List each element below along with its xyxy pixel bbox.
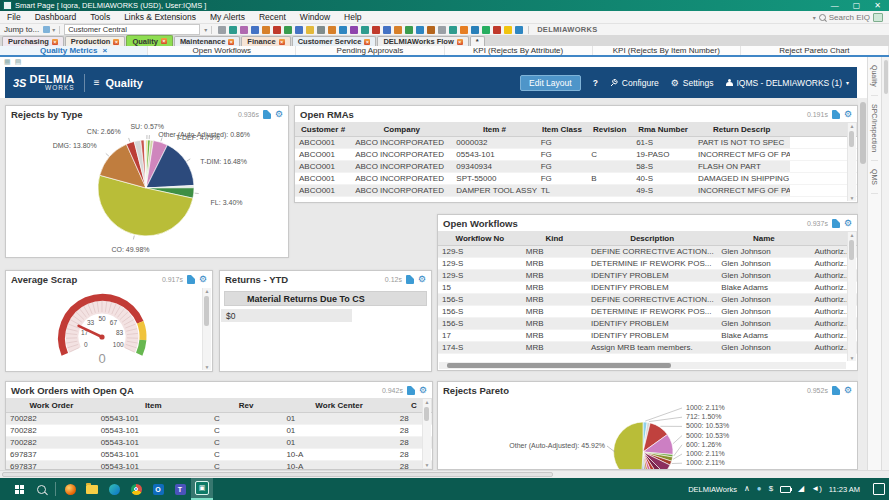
toolbar-icon[interactable] — [361, 26, 369, 34]
settings-button[interactable]: ⚙ Settings — [671, 78, 714, 88]
chevron-down-icon[interactable]: ▾ — [204, 26, 207, 33]
tab-flag-icon[interactable]: × — [161, 38, 167, 44]
table-row[interactable]: 129-SMRBDEFINE CORRECTIVE ACTION...Glen … — [438, 246, 857, 258]
module-tab-purchasing[interactable]: Purchasing× — [2, 36, 64, 46]
panel-settings-icon[interactable]: ⚙ — [419, 386, 427, 395]
toolbar-icon[interactable] — [493, 26, 501, 34]
firefox-icon[interactable] — [59, 478, 81, 500]
menu-dashboard[interactable]: Dashboard — [28, 12, 84, 22]
close-button[interactable]: ✕ — [874, 2, 881, 10]
export-icon[interactable] — [406, 275, 414, 284]
page-tab-pending-approvals[interactable]: Pending Approvals — [296, 46, 444, 55]
table-row[interactable]: 70028205543-101C0128 — [6, 425, 432, 437]
taskbar-search-icon[interactable] — [30, 478, 52, 500]
table-row[interactable]: 69783705543-101C10-A28 — [6, 449, 432, 461]
minimize-button[interactable]: — — [831, 2, 839, 10]
toolbar-icon[interactable] — [515, 26, 523, 34]
column-header[interactable]: Revision — [587, 122, 632, 137]
panel-settings-icon[interactable]: ⚙ — [844, 219, 852, 228]
export-icon[interactable] — [832, 110, 840, 119]
edge-icon[interactable] — [103, 478, 125, 500]
table-row[interactable]: 15MRBIDENTIFY PROBLEMBlake AdamsAuthoriz… — [438, 282, 857, 294]
tab-flag-icon[interactable]: × — [279, 39, 285, 45]
help-button[interactable]: ? — [593, 78, 598, 88]
file-explorer-icon[interactable] — [81, 478, 103, 500]
toolbar-icon[interactable] — [405, 26, 413, 34]
page-tab-open-workflows[interactable]: Open Workflows — [148, 46, 296, 55]
maximize-button[interactable]: ▢ — [853, 2, 861, 10]
toolbar-icon[interactable] — [218, 26, 226, 34]
toolbar-icon[interactable] — [339, 26, 347, 34]
toolbar-icon[interactable] — [416, 26, 424, 34]
toolbar-icon[interactable] — [251, 26, 259, 34]
toolbar-icon[interactable] — [262, 26, 270, 34]
page-tab-reject-pareto-chart[interactable]: Reject Pareto Chart — [741, 46, 889, 55]
module-tab-production[interactable]: Production× — [65, 36, 126, 46]
export-icon[interactable] — [263, 110, 271, 119]
panel-settings-icon[interactable]: ⚙ — [844, 386, 852, 395]
menu-links-extensions[interactable]: Links & Extensions — [117, 12, 203, 22]
configure-button[interactable]: Configure — [610, 78, 659, 88]
chrome-icon[interactable] — [125, 478, 147, 500]
vertical-scrollbar[interactable]: ▲▼ — [422, 399, 431, 468]
table-row[interactable]: 156-SMRBDEFINE CORRECTIVE ACTION...Glen … — [438, 294, 857, 306]
module-tab-quality[interactable]: Quality× — [126, 35, 172, 46]
panel-settings-icon[interactable]: ⚙ — [418, 275, 426, 284]
page-tab-kpi-rejects-by-item-number[interactable]: KPI (Rejects By Item Number) — [593, 46, 741, 55]
smartpage-pin-icon[interactable]: ▤ — [15, 58, 22, 66]
column-header[interactable]: Item Class — [537, 122, 588, 137]
column-header[interactable]: Item — [97, 398, 210, 413]
toolbar-icon[interactable] — [240, 26, 248, 34]
column-header[interactable]: Item # — [452, 122, 536, 137]
outlook-icon[interactable]: O — [147, 478, 169, 500]
table-row[interactable]: 17MRBIDENTIFY PROBLEMBlake AdamsAuthoriz… — [438, 330, 857, 342]
toolbar-icon[interactable] — [394, 26, 402, 34]
table-row[interactable]: 156-SMRBDETERMINE IF REWORK POS...Glen J… — [438, 306, 857, 318]
context-field[interactable]: Customer Central — [64, 24, 200, 35]
battery-icon[interactable] — [780, 486, 791, 493]
vertical-scrollbar[interactable]: ▲▼ — [847, 123, 856, 201]
toolbar-icon[interactable] — [471, 26, 479, 34]
chevron-down-icon[interactable]: ▾ — [52, 26, 55, 33]
tab-flag-icon[interactable]: × — [457, 39, 463, 45]
user-menu[interactable]: IQMS - DELMIAWORKS (1) ▾ — [726, 78, 850, 88]
column-header[interactable]: Rev — [210, 398, 283, 413]
tab-flag-icon[interactable]: × — [52, 39, 58, 45]
vertical-scrollbar[interactable]: ▲▼ — [847, 232, 856, 361]
menu-file[interactable]: File — [0, 12, 28, 22]
horizontal-scrollbar[interactable] — [439, 362, 846, 369]
smartpage-icon[interactable]: ▦ — [4, 58, 11, 66]
page-horizontal-scrollbar[interactable] — [0, 470, 889, 478]
toolbar-icon[interactable] — [306, 26, 314, 34]
bluetooth-icon[interactable]: $ — [769, 485, 773, 493]
toolbar-icon[interactable] — [449, 26, 457, 34]
table-row[interactable]: ABCO001ABCO INCORPORATED0000032FG61-SPAR… — [295, 137, 857, 149]
panel-settings-icon[interactable]: ⚙ — [275, 110, 283, 119]
menu-my-alerts[interactable]: My Alerts — [203, 12, 252, 22]
table-row[interactable]: 69783705543-101C10-A28 — [6, 461, 432, 471]
teams-icon[interactable]: T — [169, 478, 191, 500]
page-tab-quality-metrics[interactable]: Quality Metrics× — [0, 46, 148, 55]
toolbar-icon[interactable] — [273, 26, 281, 34]
column-header[interactable]: Work Center — [282, 398, 395, 413]
column-header[interactable]: Rma Number — [632, 122, 694, 137]
menu-window[interactable]: Window — [293, 12, 337, 22]
start-button[interactable] — [8, 478, 30, 500]
toolbar-icon[interactable] — [460, 26, 468, 34]
column-header[interactable]: Workflow No — [438, 231, 522, 246]
table-row[interactable]: 129-SMRBDETERMINE IF REWORK POS...Glen J… — [438, 258, 857, 270]
table-row[interactable]: ABCO001ABCO INCORPORATED05543-101FGC19-P… — [295, 149, 857, 161]
column-header[interactable]: Customer # — [295, 122, 351, 137]
side-rail-tab-qms[interactable]: QMS — [871, 161, 878, 194]
window-scrollbar[interactable] — [881, 57, 889, 470]
clock[interactable]: 11:23 AM — [829, 485, 860, 494]
side-rail-tab-quality[interactable]: Quality — [871, 57, 878, 96]
toolbar-icon[interactable] — [229, 26, 237, 34]
vertical-scrollbar[interactable]: ▲▼ — [202, 288, 211, 370]
pie-slice[interactable] — [614, 422, 643, 470]
module-tab-[interactable]: * — [470, 36, 485, 46]
toolbar-icon[interactable] — [504, 26, 512, 34]
edit-layout-button[interactable]: Edit Layout — [520, 75, 581, 91]
search-go-icon[interactable] — [873, 13, 883, 22]
menu-tools[interactable]: Tools — [83, 12, 117, 22]
